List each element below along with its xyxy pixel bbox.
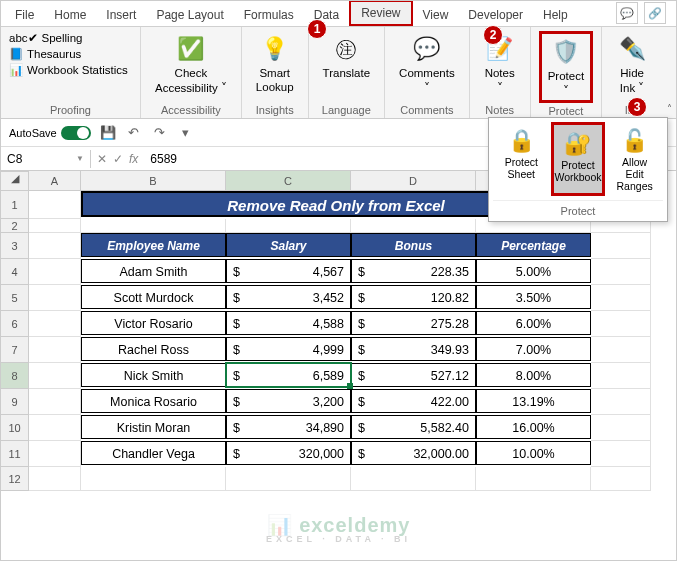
row-header-4[interactable]: 4 — [1, 259, 29, 285]
tab-help[interactable]: Help — [533, 4, 578, 26]
cell-salary[interactable]: $3,452 — [226, 285, 351, 309]
row-header-2[interactable]: 2 — [1, 219, 29, 233]
row-header-6[interactable]: 6 — [1, 311, 29, 337]
col-header-B[interactable]: B — [81, 171, 226, 191]
accessibility-icon: ✅ — [175, 33, 207, 65]
ribbon-tabs: File Home Insert Page Layout Formulas Da… — [1, 1, 676, 27]
cell-percentage[interactable]: 13.19% — [476, 389, 591, 413]
cell-salary[interactable]: $320,000 — [226, 441, 351, 465]
protect-icon: 🛡️ — [550, 36, 582, 68]
tab-page-layout[interactable]: Page Layout — [146, 4, 233, 26]
row-header-8[interactable]: 8 — [1, 363, 29, 389]
cell-salary[interactable]: $3,200 — [226, 389, 351, 413]
header-percentage: Percentage — [476, 233, 591, 257]
check-accessibility-button[interactable]: ✅ Check Accessibility ˅ — [149, 31, 233, 97]
fx-icon[interactable]: fx — [129, 152, 138, 166]
smart-lookup-button[interactable]: 💡 Smart Lookup — [250, 31, 300, 95]
name-box[interactable]: C8▼ — [1, 150, 91, 168]
cell-bonus[interactable]: $228.35 — [351, 259, 476, 283]
book-icon: 📘 — [9, 47, 23, 61]
cell-salary[interactable]: $4,588 — [226, 311, 351, 335]
protect-sheet-button[interactable]: 🔒 ProtectSheet — [494, 122, 548, 196]
cell-name[interactable]: Kristin Moran — [81, 415, 226, 439]
row-header-11[interactable]: 11 — [1, 441, 29, 467]
save-icon[interactable]: 💾 — [99, 124, 117, 142]
ink-icon: ✒️ — [616, 33, 648, 65]
share-icon[interactable]: 🔗 — [644, 2, 666, 24]
tab-file[interactable]: File — [5, 4, 44, 26]
ribbon-content: abc✔Spelling 📘Thesaurus 📊Workbook Statis… — [1, 27, 676, 119]
tab-developer[interactable]: Developer — [458, 4, 533, 26]
select-all-cell[interactable]: ◢ — [1, 171, 29, 191]
header-bonus: Bonus — [351, 233, 476, 257]
col-header-C[interactable]: C — [226, 171, 351, 191]
row-header-7[interactable]: 7 — [1, 337, 29, 363]
abc-icon: abc✔ — [9, 31, 38, 45]
protect-workbook-button[interactable]: 🔐 ProtectWorkbook — [551, 122, 605, 196]
hide-ink-button[interactable]: ✒️ Hide Ink ˅ — [610, 31, 654, 97]
cell-name[interactable]: Monica Rosario — [81, 389, 226, 413]
tab-formulas[interactable]: Formulas — [234, 4, 304, 26]
allow-edit-ranges-button[interactable]: 🔓 Allow EditRanges — [608, 122, 662, 196]
undo-icon[interactable]: ↶ — [125, 124, 143, 142]
chevron-down-icon: ▼ — [76, 154, 84, 163]
cell-bonus[interactable]: $275.28 — [351, 311, 476, 335]
cell-name[interactable]: Victor Rosario — [81, 311, 226, 335]
cell-name[interactable]: Scott Murdock — [81, 285, 226, 309]
row-header-1[interactable]: 1 — [1, 191, 29, 219]
row-header-3[interactable]: 3 — [1, 233, 29, 259]
translate-button[interactable]: ㊟ Translate — [317, 31, 377, 95]
cell-name[interactable]: Adam Smith — [81, 259, 226, 283]
cell-percentage[interactable]: 16.00% — [476, 415, 591, 439]
cell-percentage[interactable]: 8.00% — [476, 363, 591, 387]
qat-dropdown-icon[interactable]: ▾ — [177, 124, 195, 142]
cell-percentage[interactable]: 10.00% — [476, 441, 591, 465]
tab-view[interactable]: View — [413, 4, 459, 26]
cell-name[interactable]: Nick Smith — [81, 363, 226, 387]
group-label-accessibility: Accessibility — [149, 102, 233, 116]
cell-bonus[interactable]: $527.12 — [351, 363, 476, 387]
row-header-12[interactable]: 12 — [1, 467, 29, 491]
workbook-stats-button[interactable]: 📊Workbook Statistics — [9, 63, 132, 77]
lightbulb-icon: 💡 — [259, 33, 291, 65]
group-label-comments: Comments — [393, 102, 461, 116]
comments-button[interactable]: 💬 Comments ˅ — [393, 31, 461, 97]
row-header-5[interactable]: 5 — [1, 285, 29, 311]
enter-icon[interactable]: ✓ — [113, 152, 123, 166]
cell-bonus[interactable]: $120.82 — [351, 285, 476, 309]
cell-bonus[interactable]: $422.00 — [351, 389, 476, 413]
cell-salary[interactable]: $4,999 — [226, 337, 351, 361]
protect-workbook-icon: 🔐 — [562, 129, 594, 159]
header-salary: Salary — [226, 233, 351, 257]
row-header-10[interactable]: 10 — [1, 415, 29, 441]
row-header-9[interactable]: 9 — [1, 389, 29, 415]
redo-icon[interactable]: ↷ — [151, 124, 169, 142]
dropdown-label: Protect — [493, 200, 663, 219]
autosave-toggle[interactable]: AutoSave — [9, 126, 91, 140]
cell-percentage[interactable]: 7.00% — [476, 337, 591, 361]
protect-button[interactable]: 🛡️ Protect ˅ — [539, 31, 593, 103]
cell-salary[interactable]: $4,567 — [226, 259, 351, 283]
cell-name[interactable]: Chandler Vega — [81, 441, 226, 465]
col-header-D[interactable]: D — [351, 171, 476, 191]
cell-name[interactable]: Rachel Ross — [81, 337, 226, 361]
tab-review[interactable]: Review — [349, 0, 412, 26]
cancel-icon[interactable]: ✕ — [97, 152, 107, 166]
cell-bonus[interactable]: $32,000.00 — [351, 441, 476, 465]
spelling-button[interactable]: abc✔Spelling — [9, 31, 132, 45]
step-badge-3: 3 — [627, 97, 647, 117]
cell-salary[interactable]: $34,890 — [226, 415, 351, 439]
collapse-ribbon-icon[interactable]: ˄ — [667, 103, 672, 114]
tab-home[interactable]: Home — [44, 4, 96, 26]
step-badge-2: 2 — [483, 25, 503, 45]
thesaurus-button[interactable]: 📘Thesaurus — [9, 47, 132, 61]
tab-insert[interactable]: Insert — [96, 4, 146, 26]
cell-bonus[interactable]: $5,582.40 — [351, 415, 476, 439]
cell-percentage[interactable]: 5.00% — [476, 259, 591, 283]
comments-toggle-icon[interactable]: 💬 — [616, 2, 638, 24]
cell-salary[interactable]: $6,589 — [226, 363, 351, 387]
cell-bonus[interactable]: $349.93 — [351, 337, 476, 361]
cell-percentage[interactable]: 6.00% — [476, 311, 591, 335]
cell-percentage[interactable]: 3.50% — [476, 285, 591, 309]
col-header-A[interactable]: A — [29, 171, 81, 191]
